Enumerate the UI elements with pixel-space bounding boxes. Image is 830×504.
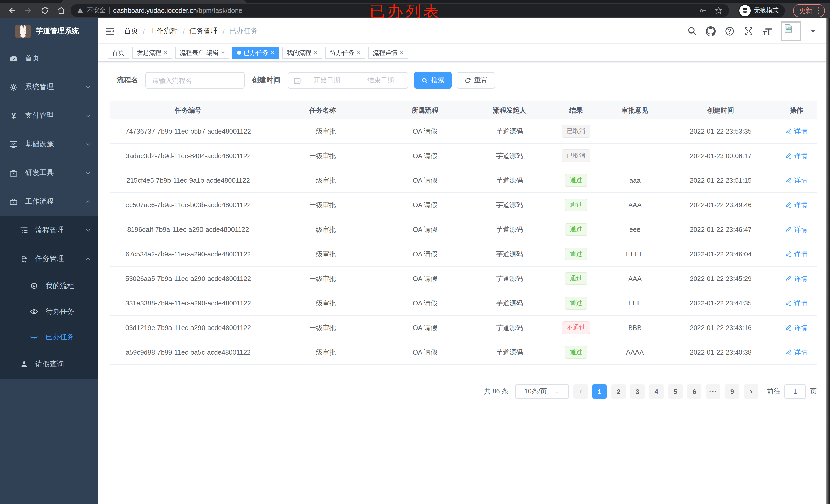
detail-link[interactable]: 详情 <box>786 127 807 136</box>
tab-close-icon[interactable]: × <box>271 49 275 56</box>
back-icon[interactable] <box>5 4 19 17</box>
cell-task-id: 215cf4e5-7b9b-11ec-9a1b-acde48001122 <box>110 176 266 184</box>
search-icon[interactable] <box>687 26 697 36</box>
date-range-picker[interactable]: 开始日期 - 结束日期 <box>288 72 408 89</box>
forward-icon[interactable] <box>22 4 35 17</box>
chevron-down-icon <box>85 170 91 176</box>
breadcrumb-workflow[interactable]: 工作流程 <box>150 26 178 36</box>
page-size-select[interactable]: 10条/页 ⌄ <box>515 384 569 399</box>
tab-form-edit[interactable]: 流程表单-编辑× <box>175 46 229 59</box>
more-pages-button[interactable]: ··· <box>706 384 721 399</box>
avatar[interactable] <box>781 21 801 41</box>
sidebar-item-infra[interactable]: 基础设施 <box>0 130 98 159</box>
search-button[interactable]: 搜索 <box>414 72 452 89</box>
cell-task-name: 一级审批 <box>266 299 379 308</box>
sidebar-item-home[interactable]: 首页 <box>0 44 98 73</box>
tab-close-icon[interactable]: × <box>400 49 404 56</box>
process-name-label: 流程名 <box>117 76 138 85</box>
calendar-icon <box>293 76 301 84</box>
fullscreen-icon[interactable] <box>743 26 754 36</box>
cell-comment: aaa <box>604 176 666 184</box>
cell-task-id: 53026aa5-7b9a-11ec-a290-acde48001122 <box>110 275 266 282</box>
sidebar-item-label: 请假查询 <box>35 360 64 369</box>
tab-done-tasks[interactable]: 已办任务× <box>232 46 279 59</box>
start-date-placeholder: 开始日期 <box>305 76 349 85</box>
tab-process-detail[interactable]: 流程详情× <box>368 46 408 59</box>
page-button-3[interactable]: 3 <box>630 384 645 399</box>
breadcrumb-home[interactable]: 首页 <box>124 26 138 36</box>
cell-process: OA 请假 <box>379 176 471 185</box>
detail-link[interactable]: 详情 <box>786 200 807 209</box>
detail-link[interactable]: 详情 <box>786 323 807 332</box>
chevron-down-icon <box>85 141 91 147</box>
filter-form: 流程名 创建时间 开始日期 - 结束日期 搜索 重 <box>117 72 830 89</box>
browser-menu-icon[interactable] <box>818 7 819 14</box>
incognito-icon <box>739 5 751 16</box>
help-icon[interactable] <box>725 26 735 36</box>
range-separator: - <box>353 76 355 84</box>
sidebar-item-payment[interactable]: ¥ 支付管理 <box>0 101 98 130</box>
sidebar-item-workflow[interactable]: 工作流程 <box>0 187 98 216</box>
detail-link[interactable]: 详情 <box>786 176 807 185</box>
sidebar-item-my-process[interactable]: 我的流程 <box>0 273 98 299</box>
page-button-5[interactable]: 5 <box>668 384 682 399</box>
not-secure-icon <box>77 7 84 14</box>
browser-chrome: 不安全 dashboard.yudao.iocoder.cn/bpm/task/… <box>0 0 830 19</box>
breadcrumb-task-mgmt[interactable]: 任务管理 <box>189 26 218 36</box>
tab-close-icon[interactable]: × <box>357 49 360 56</box>
tab-home[interactable]: 首页 <box>107 46 129 59</box>
cell-task-name: 一级审批 <box>266 225 379 234</box>
navbar: 首页 / 工作流程 / 任务管理 / 已办任务 <box>98 19 830 44</box>
github-icon[interactable] <box>706 26 716 36</box>
browser-active-tab[interactable] <box>61 0 246 3</box>
sidebar-item-done-tasks[interactable]: 已办任务 <box>0 325 98 350</box>
sidebar-item-system[interactable]: 系统管理 <box>0 73 98 101</box>
detail-link[interactable]: 详情 <box>786 348 807 357</box>
sidebar-item-todo-tasks[interactable]: 待办任务 <box>0 299 98 325</box>
cell-task-id: 03d1219e-7b9a-11ec-a290-acde48001122 <box>110 324 266 332</box>
avatar-caret-icon[interactable] <box>810 29 816 33</box>
cell-process: OA 请假 <box>379 323 471 332</box>
monitor-icon <box>9 140 18 149</box>
detail-link[interactable]: 详情 <box>786 274 807 283</box>
detail-link[interactable]: 详情 <box>786 225 807 234</box>
tab-close-icon[interactable]: × <box>221 49 225 56</box>
home-icon[interactable] <box>54 4 68 17</box>
page-button-9[interactable]: 9 <box>725 384 739 399</box>
sidebar-collapse-icon[interactable] <box>104 25 116 37</box>
sidebar-item-label: 研发工具 <box>25 168 54 177</box>
cell-task-name: 一级审批 <box>266 176 379 185</box>
tab-start-process[interactable]: 发起流程× <box>132 46 172 59</box>
bookmark-star-icon[interactable] <box>714 6 723 15</box>
tab-todo-tasks[interactable]: 待办任务× <box>325 46 365 59</box>
cell-comment: AAA <box>604 275 666 282</box>
tab-close-icon[interactable]: × <box>164 49 167 56</box>
app-logo[interactable]: 芋道管理系统 <box>0 19 98 44</box>
tab-close-icon[interactable]: × <box>314 49 317 56</box>
page-button-4[interactable]: 4 <box>649 384 664 399</box>
reset-button[interactable]: 重置 <box>457 72 495 89</box>
sidebar-item-leave-query[interactable]: 请假查询 <box>0 350 98 379</box>
next-page-button[interactable]: › <box>744 384 758 399</box>
goto-page-input[interactable] <box>785 384 806 399</box>
page-button-2[interactable]: 2 <box>611 384 626 399</box>
tab-my-process[interactable]: 我的流程× <box>282 46 322 59</box>
sidebar-item-devtools[interactable]: 研发工具 <box>0 159 98 187</box>
cell-task-id: a59c9d88-7b99-11ec-ba5c-acde48001122 <box>110 348 266 356</box>
reload-icon[interactable] <box>38 4 51 17</box>
browser-update-button[interactable]: 更新 <box>793 4 825 17</box>
font-size-icon[interactable] <box>762 26 773 36</box>
detail-link[interactable]: 详情 <box>786 151 807 160</box>
table-row: 3adac3d2-7b9d-11ec-8404-acde48001122 一级审… <box>110 144 817 168</box>
page-button-1[interactable]: 1 <box>593 384 607 399</box>
page-button-6[interactable]: 6 <box>687 384 701 399</box>
cell-starter: 芋道源码 <box>471 299 548 308</box>
detail-link[interactable]: 详情 <box>786 249 807 259</box>
sidebar-item-process-mgmt[interactable]: 流程管理 <box>0 216 98 244</box>
sidebar-item-task-mgmt[interactable]: 任务管理 <box>0 244 98 273</box>
detail-link[interactable]: 详情 <box>786 299 807 308</box>
key-icon[interactable] <box>699 6 707 14</box>
status-badge: 通过 <box>565 272 587 285</box>
prev-page-button[interactable]: ‹ <box>573 384 588 399</box>
process-name-input[interactable] <box>146 72 245 89</box>
